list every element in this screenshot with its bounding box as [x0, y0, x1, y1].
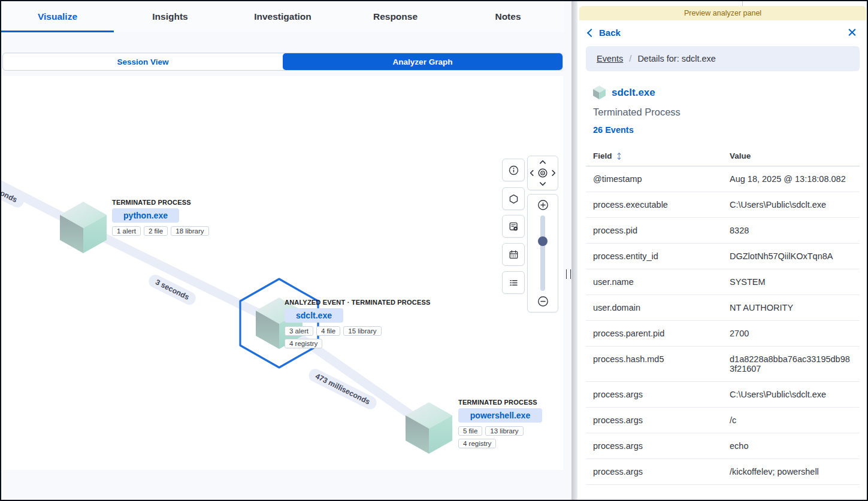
schema-settings-button[interactable] — [502, 215, 525, 238]
view-toggle: Session View Analyzer Graph — [2, 53, 563, 71]
hexagon-icon — [509, 194, 519, 204]
date-picker-icon — [509, 250, 519, 260]
table-row: process.parent.pid 2700 — [586, 321, 860, 347]
value-cell: SYSTEM — [730, 277, 860, 287]
value-cell: 2700 — [730, 329, 860, 338]
session-view-button[interactable]: Session View — [3, 53, 283, 70]
zoom-slider-thumb[interactable] — [538, 236, 548, 246]
tab-response[interactable]: Response — [339, 1, 452, 32]
field-cell: process.args — [593, 390, 730, 399]
field-value-table: Field Value @timestamp Aug 18, 2025 @ 13… — [586, 145, 860, 485]
file-count-badge[interactable]: 2 file — [144, 226, 168, 236]
field-cell: process.parent.pid — [593, 329, 730, 338]
node-label-python: TERMINATED PROCESS python.exe 1 alert 2 … — [112, 199, 209, 236]
table-row: process.args /kickoffelev; powershell — [586, 459, 860, 485]
entity-events-link[interactable]: 26 Events — [593, 125, 852, 135]
table-row: process.args C:\Users\Public\sdclt.exe — [586, 382, 860, 408]
node-type-label: ANALYZED EVENT · TERMINATED PROCESS — [285, 299, 431, 306]
node-badges: 5 file 13 library 4 registry — [458, 426, 535, 448]
value-column-header: Value — [730, 151, 860, 160]
node-label-powershell: TERMINATED PROCESS powershell.exe 5 file… — [458, 399, 542, 448]
field-cell: process.pid — [593, 226, 730, 235]
value-cell: d1a8228a8bba76ac33195db983f21607 — [730, 354, 860, 374]
node-badges: 3 alert 4 file 15 library 4 registry — [285, 326, 388, 348]
value-cell: /kickoffelev; powershell — [730, 467, 860, 476]
table-row: process.args echo — [586, 433, 860, 459]
preview-banner: Preview analyzer panel — [579, 6, 866, 20]
event-list-icon — [509, 278, 519, 288]
value-cell: DGZlotNh57QiilKOxTqn8A — [730, 251, 860, 261]
panel-top-strip — [577, 1, 868, 6]
node-badges: 1 alert 2 file 18 library — [112, 226, 209, 236]
breadcrumb-current: Details for: sdclt.exe — [637, 54, 716, 63]
preview-analyzer-panel: Preview analyzer panel Back Events / Det… — [577, 1, 868, 500]
value-cell: echo — [730, 441, 860, 451]
analyzer-graph-button[interactable]: Analyzer Graph — [283, 53, 562, 70]
zoom-slider[interactable] — [540, 215, 545, 291]
registry-count-badge[interactable]: 4 registry — [458, 439, 496, 448]
value-cell: C:\Users\Public\sdclt.exe — [730, 200, 860, 209]
panel-resize-handle[interactable] — [566, 269, 571, 279]
library-count-badge[interactable]: 18 library — [171, 226, 208, 236]
node-legend-button[interactable] — [502, 187, 525, 210]
tab-notes[interactable]: Notes — [452, 1, 564, 32]
value-cell: 8328 — [730, 226, 860, 235]
entity-type-label: Terminated Process — [593, 107, 852, 118]
table-row: process.args /c — [586, 408, 860, 433]
field-column-header[interactable]: Field — [593, 151, 612, 160]
back-button[interactable]: Back — [599, 28, 621, 38]
node-name-button[interactable]: sdclt.exe — [285, 308, 343, 323]
zoom-control — [527, 194, 558, 312]
library-count-badge[interactable]: 13 library — [485, 426, 523, 436]
divider-scrollbar[interactable] — [571, 1, 577, 500]
visualize-section: Visualize Insights Investigation Respons… — [1, 1, 564, 500]
file-count-badge[interactable]: 5 file — [458, 426, 482, 436]
panel-divider — [564, 1, 577, 500]
top-tab-bar: Visualize Insights Investigation Respons… — [1, 1, 564, 32]
zoom-in-icon[interactable] — [537, 199, 549, 211]
info-button[interactable] — [502, 159, 525, 181]
value-cell: C:\Users\Public\sdclt.exe — [730, 390, 860, 399]
value-cell: Aug 18, 2025 @ 13:18:08.082 — [730, 174, 860, 184]
field-cell: process.executable — [593, 200, 730, 209]
tab-insights[interactable]: Insights — [114, 1, 226, 32]
value-cell: NT AUTHORITY — [730, 303, 860, 312]
field-cell: process.args — [593, 415, 730, 425]
close-icon[interactable] — [846, 26, 858, 38]
registry-count-badge[interactable]: 4 registry — [285, 339, 322, 348]
pan-control[interactable] — [527, 156, 558, 190]
table-row: process.entity_id DGZlotNh57QiilKOxTqn8A — [586, 244, 860, 269]
field-cell: process.args — [593, 441, 730, 451]
sort-icon[interactable] — [616, 152, 622, 160]
alert-count-badge[interactable]: 3 alert — [285, 326, 313, 336]
date-picker-button[interactable] — [502, 243, 525, 266]
pan-control-icon — [529, 159, 557, 187]
entity-details: sdclt.exe Terminated Process 26 Events — [577, 71, 868, 135]
node-label-sdclt: ANALYZED EVENT · TERMINATED PROCESS sdcl… — [285, 299, 431, 348]
breadcrumb: Events / Details for: sdclt.exe — [586, 46, 860, 71]
breadcrumb-events-link[interactable]: Events — [597, 54, 623, 63]
breadcrumb-separator: / — [629, 54, 631, 63]
field-cell: user.name — [593, 277, 730, 287]
app-window: Visualize Insights Investigation Respons… — [0, 0, 868, 501]
node-name-button[interactable]: python.exe — [112, 208, 179, 223]
tab-visualize[interactable]: Visualize — [1, 1, 114, 32]
analyzer-graph-canvas[interactable]: milliseconds 3 seconds 473 milliseconds … — [1, 76, 563, 470]
node-type-label: TERMINATED PROCESS — [112, 199, 209, 206]
field-cell: process.args — [593, 467, 730, 476]
panel-header: Back — [577, 20, 868, 44]
events-list-button[interactable] — [502, 271, 525, 294]
table-row: user.name SYSTEM — [586, 269, 860, 295]
info-icon — [509, 165, 519, 175]
table-row: process.pid 8328 — [586, 218, 860, 244]
node-name-button[interactable]: powershell.exe — [458, 408, 542, 423]
library-count-badge[interactable]: 15 library — [343, 326, 381, 336]
entity-name-link[interactable]: sdclt.exe — [612, 87, 655, 99]
zoom-out-icon[interactable] — [537, 296, 549, 307]
node-type-label: TERMINATED PROCESS — [458, 399, 542, 406]
field-cell: process.entity_id — [593, 251, 730, 261]
file-count-badge[interactable]: 4 file — [316, 326, 340, 336]
alert-count-badge[interactable]: 1 alert — [112, 226, 141, 236]
field-cell: @timestamp — [593, 174, 730, 184]
tab-investigation[interactable]: Investigation — [226, 1, 339, 32]
